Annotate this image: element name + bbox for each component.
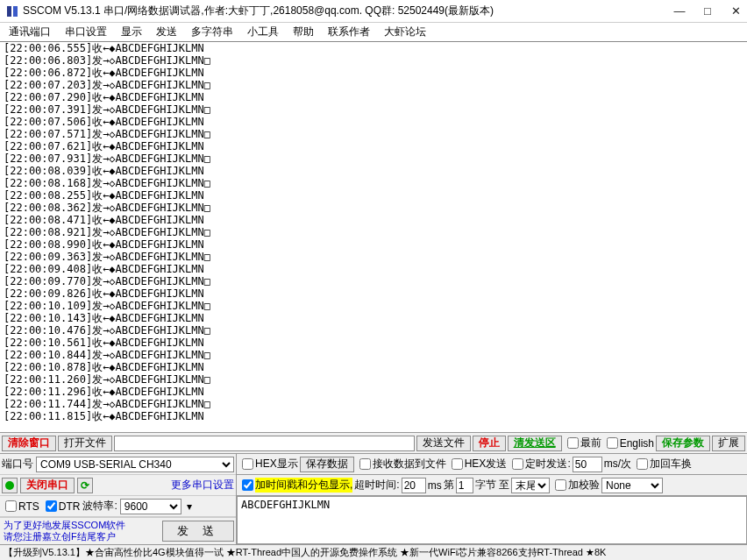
statusbar: 【升级到V5.13.1】★合宙高性价比4G模块值得一试 ★RT-Thread中国… [0,544,747,560]
menu-发送[interactable]: 发送 [149,23,184,41]
check-type-select[interactable]: None [601,478,663,493]
baud-select[interactable]: 9600 [120,499,181,514]
log-line: [22:00:09.408]收←◆ABCDEFGHIJKLMN [4,263,743,275]
byte-to-select[interactable]: 末尾 [511,478,550,493]
log-line: [22:00:06.803]发→◇ABCDEFGHIJKLMN□ [4,54,743,67]
log-line: [22:00:08.168]发→◇ABCDEFGHIJKLMN□ [4,177,743,189]
log-line: [22:00:10.878]收←◆ABCDEFGHIJKLMN [4,361,743,373]
add-crlf-checkbox[interactable]: 加回车换 [633,457,692,471]
topmost-checkbox[interactable]: 最前 [564,436,601,450]
log-line: [22:00:08.255]收←◆ABCDEFGHIJKLMN [4,189,743,202]
menu-通讯端口[interactable]: 通讯端口 [2,23,58,41]
log-line: [22:00:10.476]发→◇ABCDEFGHIJKLMN□ [4,324,743,337]
port-select[interactable]: COM9 USB-SERIAL CH340 [36,457,234,472]
menu-联系作者[interactable]: 联系作者 [321,23,377,41]
log-line: [22:00:11.296]收←◆ABCDEFGHIJKLMN [4,386,743,398]
send-text-area[interactable] [237,496,747,544]
log-line: [22:00:08.362]发→◇ABCDEFGHIJKLMN□ [4,202,743,214]
baud-label: 波特率: [82,499,117,514]
log-line: [22:00:07.931]发→◇ABCDEFGHIJKLMN□ [4,152,743,165]
minimize-button[interactable]: — [673,5,686,18]
promo-text: 为了更好地发展SSCOM软件 请您注册嘉立创F结尾客户 [0,517,160,544]
menubar: 通讯端口串口设置显示发送多字符串小工具帮助联系作者大虾论坛 [0,23,747,42]
titlebar: SSCOM V5.13.1 串口/网络数据调试器,作者:大虾丁丁,2618058… [0,0,747,23]
rts-checkbox[interactable]: RTS [2,500,39,513]
status-text: 【升级到V5.13.1】★合宙高性价比4G模块值得一试 ★RT-Thread中国… [4,546,606,559]
hex-display-checkbox[interactable]: HEX显示 [238,457,298,471]
refresh-icon[interactable]: ⟳ [77,478,93,493]
left-controls: 端口号 COM9 USB-SERIAL CH340 关闭串口 ⟳ 更多串口设置 … [0,454,237,544]
save-data-button[interactable]: 保存数据 [300,457,354,472]
byte-from-label: 第 [444,478,454,493]
byte-from-input[interactable] [456,478,473,493]
log-line: [22:00:08.039]收←◆ABCDEFGHIJKLMN [4,165,743,177]
timestamp-checkbox[interactable]: 加时间戳和分包显示, [238,478,352,493]
log-line: [22:00:07.290]收←◆ABCDEFGHIJKLMN [4,91,743,103]
log-line: [22:00:08.471]收←◆ABCDEFGHIJKLMN [4,214,743,226]
log-line: [22:00:10.109]发→◇ABCDEFGHIJKLMN□ [4,300,743,312]
right-controls: HEX显示 保存数据 接收数据到文件 HEX发送 定时发送: ms/次 加回车换… [237,454,747,544]
port-label: 端口号 [2,457,33,471]
hex-send-checkbox[interactable]: HEX发送 [448,457,508,471]
timeout-label: 超时时间: [354,478,399,493]
log-line: [22:00:07.571]发→◇ABCDEFGHIJKLMN□ [4,128,743,140]
byte-mid-label: 字节 至 [475,478,509,493]
save-params-button[interactable]: 保存参数 [656,436,710,451]
menu-帮助[interactable]: 帮助 [286,23,321,41]
log-line: [22:00:11.260]发→◇ABCDEFGHIJKLMN□ [4,373,743,386]
log-line: [22:00:08.990]收←◆ABCDEFGHIJKLMN [4,238,743,251]
period-input[interactable] [573,457,602,472]
menu-多字符串[interactable]: 多字符串 [184,23,240,41]
window-title: SSCOM V5.13.1 串口/网络数据调试器,作者:大虾丁丁,2618058… [23,4,670,18]
add-check-checkbox[interactable]: 加校验 [551,478,600,493]
english-checkbox[interactable]: English [603,437,654,450]
clear-window-button[interactable]: 清除窗口 [2,436,56,451]
log-line: [22:00:06.872]收←◆ABCDEFGHIJKLMN [4,67,743,79]
log-line: [22:00:07.203]发→◇ABCDEFGHIJKLMN□ [4,79,743,91]
log-line: [22:00:09.826]收←◆ABCDEFGHIJKLMN [4,287,743,300]
menu-串口设置[interactable]: 串口设置 [58,23,114,41]
port-status-icon[interactable] [2,478,18,493]
svg-rect-0 [7,6,11,17]
timeout-unit: ms [428,479,442,492]
baud-dropdown-icon[interactable]: ▾ [184,500,195,513]
close-port-button[interactable]: 关闭串口 [20,478,75,493]
send-button[interactable]: 发 送 [162,521,234,542]
log-line: [22:00:07.621]收←◆ABCDEFGHIJKLMN [4,140,743,152]
log-line: [22:00:11.815]收←◆ABCDEFGHIJKLMN [4,410,743,422]
svg-rect-1 [13,6,18,17]
log-line: [22:00:08.921]发→◇ABCDEFGHIJKLMN□ [4,226,743,238]
file-path-input[interactable] [114,436,415,451]
send-file-button[interactable]: 发送文件 [416,436,471,451]
log-line: [22:00:10.844]发→◇ABCDEFGHIJKLMN□ [4,349,743,361]
menu-小工具[interactable]: 小工具 [240,23,286,41]
bottom-panel: 端口号 COM9 USB-SERIAL CH340 关闭串口 ⟳ 更多串口设置 … [0,454,747,544]
maximize-button[interactable]: □ [701,5,714,18]
log-area[interactable]: [22:00:06.555]收←◆ABCDEFGHIJKLMN[22:00:06… [0,42,747,433]
timeout-input[interactable] [402,478,426,493]
menu-大虾论坛[interactable]: 大虾论坛 [377,23,433,41]
log-line: [22:00:10.561]收←◆ABCDEFGHIJKLMN [4,337,743,349]
log-line: [22:00:11.744]发→◇ABCDEFGHIJKLMN□ [4,398,743,410]
toolbar-row-1: 清除窗口 打开文件 发送文件 停止 清发送区 最前 English 保存参数 扩… [0,433,747,454]
log-line: [22:00:07.391]发→◇ABCDEFGHIJKLMN□ [4,103,743,116]
stop-button[interactable]: 停止 [473,436,506,451]
log-line: [22:00:09.363]发→◇ABCDEFGHIJKLMN□ [4,251,743,263]
more-port-settings-link[interactable]: 更多串口设置 [171,478,234,493]
open-file-button[interactable]: 打开文件 [58,436,112,451]
close-button[interactable]: ✕ [729,5,742,18]
timed-send-checkbox[interactable]: 定时发送: [509,457,570,471]
log-line: [22:00:09.770]发→◇ABCDEFGHIJKLMN□ [4,275,743,287]
log-line: [22:00:06.555]收←◆ABCDEFGHIJKLMN [4,42,743,54]
menu-显示[interactable]: 显示 [114,23,149,41]
app-icon [5,4,19,18]
expand-button[interactable]: 扩展 [712,436,745,451]
rx-to-file-checkbox[interactable]: 接收数据到文件 [356,457,446,471]
log-line: [22:00:10.143]收←◆ABCDEFGHIJKLMN [4,312,743,324]
dtr-checkbox[interactable]: DTR [42,500,81,513]
window-controls: — □ ✕ [673,5,742,18]
period-unit: ms/次 [604,457,631,471]
clear-send-button[interactable]: 清发送区 [508,436,562,451]
log-line: [22:00:07.506]收←◆ABCDEFGHIJKLMN [4,116,743,128]
